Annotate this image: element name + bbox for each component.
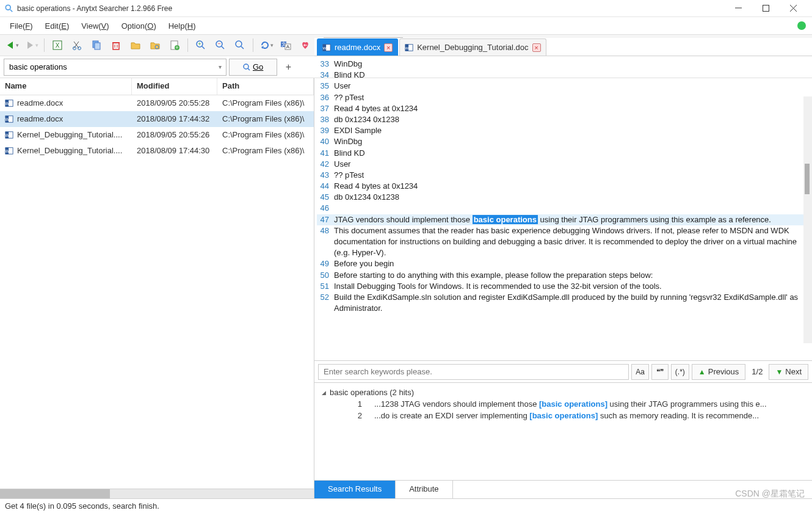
- svg-point-11: [78, 47, 81, 50]
- svg-rect-3: [763, 5, 769, 12]
- line-number: 49: [317, 258, 334, 269]
- word-doc-icon: W: [5, 131, 13, 139]
- svg-text:W: W: [5, 133, 9, 137]
- svg-line-26: [222, 46, 224, 49]
- folder-icon[interactable]: [128, 37, 143, 53]
- svg-marker-7: [27, 42, 33, 49]
- titlebar: basic operations - Anytxt Searcher 1.2.9…: [0, 0, 812, 17]
- line-text: This document assumes that the reader ha…: [334, 225, 805, 259]
- translate-icon[interactable]: 文A: [278, 37, 294, 53]
- svg-line-1: [10, 9, 13, 12]
- tab-attribute[interactable]: Attribute: [396, 481, 452, 498]
- file-list-pane: Name Modified Path Wreadme.docx2018/09/0…: [0, 78, 314, 498]
- line-number: 41: [317, 148, 334, 159]
- line-number: 45: [317, 192, 334, 203]
- line-number: 35: [317, 81, 334, 92]
- refresh-icon[interactable]: ▾: [258, 37, 274, 53]
- content-view[interactable]: 33WinDbg34Blind KD35User36?? pTest37Read…: [314, 56, 812, 360]
- next-button[interactable]: ▼Next: [769, 364, 808, 380]
- excel-icon[interactable]: X: [49, 37, 65, 53]
- document-tab[interactable]: Wreadme.docx×: [317, 38, 398, 56]
- menu-help[interactable]: Help(H): [162, 19, 202, 33]
- svg-line-29: [241, 46, 244, 49]
- content-line: 34Blind KD: [317, 70, 805, 81]
- status-text: Get 4 file(s) in 0.095 seconds, search f…: [5, 501, 159, 511]
- result-hit[interactable]: 1...1238 JTAG vendors should implement t…: [319, 398, 807, 410]
- menubar: File(F) Edit(E) View(V) Option(O) Help(H…: [0, 17, 812, 34]
- word-doc-icon: W: [405, 43, 413, 52]
- folder-search-icon[interactable]: [147, 37, 163, 53]
- line-number: 47: [317, 214, 334, 225]
- hit-text: ...do is create an EXDI server implement…: [374, 411, 805, 420]
- close-button[interactable]: [780, 0, 807, 17]
- go-button[interactable]: Go: [229, 59, 277, 76]
- tab-search-results[interactable]: Search Results: [314, 481, 396, 498]
- line-text: User: [334, 81, 805, 92]
- result-hit[interactable]: 2...do is create an EXDI server implemen…: [319, 410, 807, 421]
- line-number: 46: [317, 203, 334, 214]
- add-button[interactable]: +: [280, 59, 297, 76]
- menu-edit[interactable]: Edit(E): [39, 19, 76, 33]
- svg-rect-14: [113, 43, 119, 49]
- file-row[interactable]: Wreadme.docx2018/08/09 17:44:32C:\Progra…: [0, 111, 314, 127]
- line-number: 44: [317, 181, 334, 192]
- svg-text:+: +: [198, 41, 201, 47]
- cut-icon[interactable]: [69, 37, 85, 53]
- column-path[interactable]: Path: [217, 78, 314, 95]
- delete-icon[interactable]: [108, 37, 124, 53]
- line-text: Before you begin: [334, 258, 805, 269]
- file-name: readme.docx: [17, 114, 63, 123]
- maximize-button[interactable]: [752, 0, 780, 17]
- word-doc-icon: W: [5, 147, 13, 155]
- line-number: 52: [317, 292, 334, 314]
- menu-view[interactable]: View(V): [75, 19, 115, 33]
- svg-marker-6: [7, 42, 13, 49]
- vertical-scrollbar-track[interactable]: [803, 96, 812, 343]
- preview-search-input[interactable]: [318, 364, 629, 380]
- zoom-in-icon[interactable]: +: [193, 37, 209, 53]
- file-modified: 2018/09/05 20:55:28: [132, 98, 217, 107]
- column-modified[interactable]: Modified: [132, 78, 217, 95]
- forward-button[interactable]: ▾: [23, 37, 39, 53]
- line-text: User: [334, 159, 805, 170]
- heart-icon[interactable]: [297, 37, 313, 53]
- line-number: 43: [317, 170, 334, 181]
- copy-icon[interactable]: [89, 37, 104, 53]
- horizontal-scrollbar[interactable]: [0, 489, 314, 498]
- search-field[interactable]: [4, 59, 214, 75]
- line-text: Read 4 bytes at 0x1234: [334, 103, 805, 114]
- content-line: 47JTAG vendors should implement those ba…: [317, 214, 805, 225]
- line-text: Read 4 bytes at 0x1234: [334, 181, 805, 192]
- zoom-out-icon[interactable]: −: [212, 37, 228, 53]
- minimize-button[interactable]: [725, 0, 752, 17]
- quote-toggle[interactable]: ❝❞: [651, 364, 669, 380]
- line-number: 36: [317, 92, 334, 103]
- search-dropdown-icon[interactable]: ▾: [214, 64, 226, 70]
- file-row[interactable]: WKernel_Debugging_Tutorial....2018/09/05…: [0, 127, 314, 143]
- case-sensitive-toggle[interactable]: Aa: [631, 364, 649, 380]
- vertical-scrollbar-thumb[interactable]: [805, 164, 810, 194]
- document-add-icon[interactable]: +: [167, 37, 183, 53]
- line-text: db 0x1234 0x1238: [334, 192, 805, 203]
- menu-option[interactable]: Option(O): [115, 19, 162, 33]
- regex-toggle[interactable]: (.*): [671, 364, 689, 380]
- back-button[interactable]: ▾: [4, 37, 20, 53]
- close-tab-icon[interactable]: ×: [532, 43, 541, 52]
- previous-button[interactable]: ▲Previous: [692, 364, 745, 380]
- zoom-icon[interactable]: [232, 37, 248, 53]
- file-name: readme.docx: [17, 98, 63, 107]
- content-line: 38db 0x1234 0x1238: [317, 114, 805, 125]
- content-line: 37Read 4 bytes at 0x1234: [317, 103, 805, 114]
- svg-text:W: W: [5, 101, 9, 105]
- results-group[interactable]: basic operations (2 hits): [319, 387, 807, 398]
- column-name[interactable]: Name: [0, 78, 132, 95]
- content-line: 48This document assumes that the reader …: [317, 225, 805, 259]
- file-row[interactable]: Wreadme.docx2018/09/05 20:55:28C:\Progra…: [0, 95, 314, 111]
- search-input[interactable]: ▾: [4, 59, 227, 76]
- content-line: 43?? pTest: [317, 170, 805, 181]
- file-path: C:\Program Files (x86)\: [217, 114, 314, 123]
- menu-file[interactable]: File(F): [4, 19, 39, 33]
- close-tab-icon[interactable]: ×: [384, 43, 393, 52]
- file-row[interactable]: WKernel_Debugging_Tutorial....2018/08/09…: [0, 143, 314, 159]
- document-tab[interactable]: WKernel_Debugging_Tutorial.doc×: [399, 38, 546, 56]
